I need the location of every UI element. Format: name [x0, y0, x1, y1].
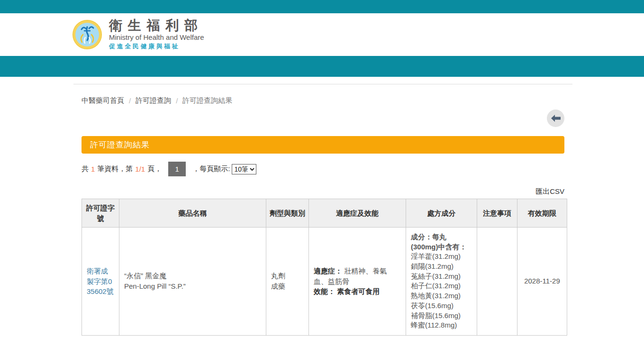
col-header-dosage-form: 劑型與類別 [266, 199, 309, 228]
back-button[interactable] [547, 110, 564, 127]
drug-name-en: Pen-Long Pill “S.P.” [124, 281, 261, 292]
col-header-license: 許可證字號 [82, 199, 119, 228]
table-row: 衛署成製字第035602號 “永信” 黑金魔 Pen-Long Pill “S.… [82, 228, 567, 336]
breadcrumb-home-link[interactable]: 中醫藥司首頁 [82, 96, 124, 105]
breadcrumb-separator: / [176, 97, 178, 105]
pager-total-prefix: 共 [82, 164, 89, 174]
cell-precautions [477, 228, 517, 336]
site-title-zh: 衛 生 福 利 部 [109, 18, 204, 32]
col-header-ingredients: 處方成分 [406, 199, 477, 228]
content-divider [73, 84, 572, 84]
col-header-indication: 適應症及效能 [309, 199, 406, 228]
col-header-precautions: 注意事項 [477, 199, 517, 228]
pager-page-info: 1/1 [135, 165, 145, 173]
ingredient-item: 淫羊藿(31.2mg) [411, 252, 472, 262]
cell-expiry-date: 2028-11-29 [517, 228, 567, 336]
site-header: 衛 生 福 利 部 Ministry of Health and Welfare… [0, 13, 644, 56]
cell-ingredients: 成分：每丸(300mg)中含有： 淫羊藿(31.2mg) 鎖陽(31.2mg) … [406, 228, 477, 336]
page-1-button[interactable]: 1 [168, 162, 186, 176]
ingredient-item: 補骨脂(15.6mg) [411, 311, 472, 321]
efficacy-text: 素食者可食用 [337, 287, 380, 295]
efficacy-label: 效能： [314, 287, 335, 295]
results-table: 許可證字號 藥品名稱 劑型與類別 適應症及效能 處方成分 注意事項 有效期限 衛… [82, 199, 567, 336]
site-slogan: 促 進 全 民 健 康 與 福 祉 [109, 42, 204, 51]
ingredient-item: 熟地黃(31.2mg) [411, 291, 472, 301]
drug-category: 成藥 [271, 281, 304, 292]
ingredient-item: 蜂蜜(112.8mg) [411, 320, 472, 330]
ingredient-item: 菟絲子(31.2mg) [411, 272, 472, 282]
breadcrumb-query-link[interactable]: 許可證查詢 [136, 96, 171, 105]
license-number-link[interactable]: 衛署成製字第035602號 [87, 267, 114, 296]
cell-drug-name: “永信” 黑金魔 Pen-Long Pill “S.P.” [119, 228, 266, 336]
top-teal-bar [0, 0, 644, 13]
pager-mid-text: 筆資料，第 [97, 164, 133, 174]
dosage-form: 丸劑 [271, 271, 304, 282]
breadcrumb-current: 許可證查詢結果 [182, 96, 232, 105]
main-nav-bar [0, 56, 644, 77]
table-header-row: 許可證字號 藥品名稱 劑型與類別 適應症及效能 處方成分 注意事項 有效期限 [82, 199, 567, 228]
per-page-select[interactable]: 10筆 [232, 164, 256, 174]
pager-perpage-prefix: ，每頁顯示: [192, 164, 230, 174]
indication-label: 適應症： [314, 267, 342, 275]
pagination-bar: 共 1 筆資料，第 1/1 頁， 1 ，每頁顯示: 10筆 [82, 162, 564, 176]
col-header-expiry: 有效期限 [517, 199, 567, 228]
ingredients-header: 成分：每丸(300mg)中含有： [411, 232, 472, 252]
pager-page-suffix: 頁， [147, 164, 162, 174]
results-banner-title: 許可證查詢結果 [82, 139, 150, 150]
pager-total-count: 1 [91, 165, 95, 173]
site-title-en: Ministry of Health and Welfare [109, 33, 204, 41]
breadcrumb: 中醫藥司首頁 / 許可證查詢 / 許可證查詢結果 [82, 96, 564, 105]
drug-name-zh: “永信” 黑金魔 [124, 271, 261, 282]
ingredient-item: 茯苓(15.6mg) [411, 301, 472, 311]
mohw-logo-icon [72, 19, 102, 50]
cell-indication: 適應症： 壯精神、養氣血、益筋骨 效能： 素食者可食用 [309, 228, 406, 336]
back-arrow-icon [551, 115, 561, 122]
ingredient-item: 柏子仁(31.2mg) [411, 281, 472, 291]
ingredient-item: 鎖陽(31.2mg) [411, 262, 472, 272]
col-header-drug-name: 藥品名稱 [119, 199, 266, 228]
results-banner: 許可證查詢結果 [82, 136, 564, 154]
breadcrumb-separator: / [129, 97, 131, 105]
content-container: 中醫藥司首頁 / 許可證查詢 / 許可證查詢結果 許可證查詢結果 共 1 筆資料… [73, 84, 572, 336]
export-csv-link[interactable]: 匯出CSV [535, 187, 564, 196]
cell-license-no: 衛署成製字第035602號 [82, 228, 119, 336]
brand-block[interactable]: 衛 生 福 利 部 Ministry of Health and Welfare… [72, 18, 204, 50]
cell-dosage-form: 丸劑 成藥 [266, 228, 309, 336]
